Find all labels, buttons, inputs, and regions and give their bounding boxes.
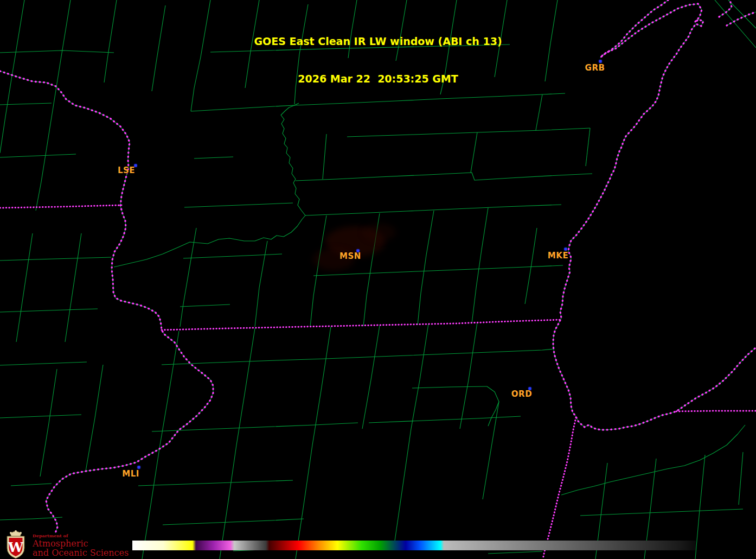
station-label-grb: GRB [585,63,605,73]
political-boundary-dotted-line [543,417,576,559]
station-dot-mke [565,248,567,251]
county-boundary-line [163,519,304,525]
county-boundary-line [11,484,52,486]
county-boundary-line [471,132,477,173]
station-label-lse: LSE [118,166,135,175]
county-boundary-line [0,362,87,365]
political-boundary-dotted-line [0,205,121,208]
county-boundary-line [394,324,428,548]
county-boundary-line [114,103,305,267]
county-boundary-line [184,203,293,207]
county-boundary-line [305,207,504,215]
station-dot-mli [138,466,140,469]
county-boundary-line [255,241,267,327]
logo-name-line2: and Oceanic Sciences [33,548,129,557]
county-boundary-line [16,233,33,342]
satellite-display: GOES East Clean IR LW window (ABI ch 13)… [0,0,756,559]
political-boundary-dotted-line [676,411,756,411]
county-boundary-line [40,369,57,477]
county-boundary-line [525,228,537,304]
county-boundary-line [183,254,282,258]
county-boundary-line [0,309,98,312]
station-label-mli: MLI [122,469,139,479]
county-boundary-line [695,455,705,559]
county-boundary-line [460,322,477,429]
image-title: GOES East Clean IR LW window (ABI ch 13)… [0,10,756,110]
title-line1: GOES East Clean IR LW window (ABI ch 13) [0,35,756,48]
county-boundary-line [504,205,561,207]
county-boundary-line [369,416,521,423]
station-dot-grb [599,60,602,63]
ir-enhancement-colorbar [132,541,696,550]
county-boundary-line [138,480,293,486]
county-boundary-line [362,326,380,429]
county-boundary-line [347,128,590,137]
station-label-mke: MKE [548,251,568,261]
county-boundary-line [418,211,434,325]
county-boundary-line [323,134,326,179]
station-label-ord: ORD [511,389,532,399]
county-boundary-line [296,327,331,559]
county-boundary-line [412,386,487,388]
county-boundary-line [220,328,255,559]
county-boundary-line [65,233,81,342]
county-boundary-line [483,402,499,499]
uw-aos-logo: W Department of Atmospheric and Oceanic … [2,530,129,557]
shoreline-outline [0,71,213,533]
county-boundary-line [296,173,510,181]
county-boundary-line [162,349,554,365]
logo-dept-line: Department of [33,533,129,538]
svg-text:W: W [8,539,24,555]
county-boundary-line [472,208,488,323]
county-boundary-line [86,365,103,471]
county-boundary-line [0,415,81,418]
county-boundary-line [0,517,62,520]
county-boundary-line [0,257,111,261]
political-boundary-dotted-line [162,320,562,330]
title-line2: 2026 Mar 22 20:53:25 GMT [0,73,756,85]
county-boundary-line [586,128,590,166]
station-label-msn: MSN [339,251,361,261]
county-boundary-line [580,509,743,516]
uw-crest-icon: W [2,530,29,559]
county-boundary-line [488,551,542,554]
county-boundary-line [0,154,76,157]
faint-ir-cloud [363,224,396,241]
county-boundary-line [313,265,563,276]
county-boundary-line [739,452,743,505]
county-boundary-line [487,386,499,426]
county-boundary-line [310,215,326,327]
county-boundary-line [510,174,592,178]
county-boundary-line [180,304,230,307]
county-boundary-line [142,331,179,559]
logo-text: Department of Atmospheric and Oceanic Sc… [33,533,129,557]
political-boundary-dotted-line [0,71,213,533]
logo-name-line1: Atmospheric [33,539,129,548]
county-boundary-line [194,157,233,158]
